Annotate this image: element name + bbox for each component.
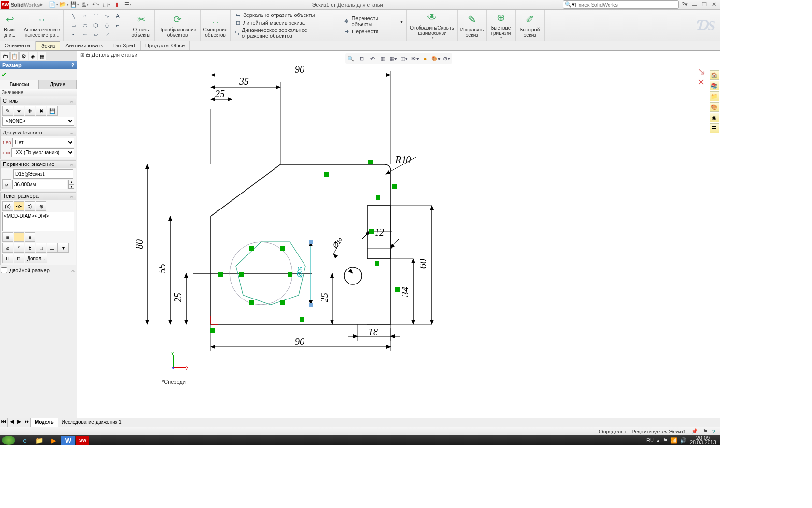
trim-button[interactable]: ✂ Отсечь объекты	[128, 10, 155, 41]
dimxpertmgr-tab[interactable]: ◈	[29, 52, 37, 60]
solidworks-task-icon[interactable]: SW	[76, 436, 89, 445]
move-entities-button[interactable]: ✥Перенести объекты ▾	[343, 15, 403, 27]
restore-button[interactable]: ❐	[700, 1, 709, 9]
convert-button[interactable]: ⟳ Преобразование объектов	[155, 10, 201, 41]
other-tab[interactable]: Другие	[39, 80, 77, 89]
move-to-button[interactable]: ➜Перенести	[343, 28, 403, 35]
spin-up[interactable]: ▲	[68, 180, 74, 184]
motion-study-tab[interactable]: Исследование движения 1	[58, 418, 126, 427]
media-icon[interactable]: ▶	[47, 436, 60, 445]
exit-sketch-icon[interactable]: ↘	[697, 66, 706, 76]
tol-type-select[interactable]: Нет	[12, 138, 74, 147]
dynamic-mirror-button[interactable]: ⇆Динамическое зеркальное отражение объек…	[234, 27, 335, 39]
search-box[interactable]: 🔍▾	[563, 0, 679, 9]
clock-date[interactable]: 28.03.2013	[690, 439, 716, 445]
line-tool[interactable]: ╲	[68, 12, 79, 20]
style-btn-2[interactable]: ★	[14, 106, 24, 116]
file-explorer-icon[interactable]: 📁	[710, 91, 719, 101]
explorer-icon[interactable]: 📁	[32, 436, 46, 445]
save-button[interactable]: 💾▾	[70, 0, 79, 9]
sym-sq[interactable]: □	[36, 243, 46, 253]
model-tab[interactable]: Модель	[31, 418, 58, 427]
style-btn-1[interactable]: ✎	[2, 106, 13, 116]
tab-features[interactable]: Элементы	[0, 41, 36, 50]
dual-dim-checkbox[interactable]	[1, 267, 7, 273]
slot-tool[interactable]: ⬭	[79, 21, 90, 30]
more-button[interactable]: Допол...	[25, 254, 47, 263]
tab-prev[interactable]: ◀	[8, 418, 15, 427]
print-button[interactable]: 🖶▾	[80, 0, 90, 9]
sym-deg[interactable]: °	[14, 243, 24, 253]
tray-net-icon[interactable]: 📶	[670, 437, 677, 444]
search-input[interactable]	[575, 2, 676, 8]
options-button[interactable]: ☰▾	[123, 0, 132, 9]
graphics-area[interactable]: ⊞ 🗀 Деталь для статьи 🔍 ⊡ ↶ ▥ ▦▾ ◫▾ 👁▾ ●…	[77, 51, 720, 435]
featuremgr-tab[interactable]: 🗀	[1, 52, 10, 60]
brand-menu-icon[interactable]: ▶	[40, 3, 43, 7]
style-btn-4[interactable]: ✖	[36, 106, 46, 116]
txt-btn-4[interactable]: ⊕	[36, 201, 46, 211]
tab-last[interactable]: ⏭	[23, 418, 31, 427]
collapse-icon[interactable]: ︽	[70, 193, 74, 199]
collapse-icon[interactable]: ︽	[70, 98, 74, 104]
sym-cb[interactable]: ⌴	[47, 243, 58, 253]
tab-sketch[interactable]: Эскиз	[36, 41, 60, 50]
arc-tool[interactable]: ⌒	[90, 12, 101, 20]
view-palette-icon[interactable]: 🎨	[710, 102, 719, 112]
show-relations-button[interactable]: 👁 Отобразить/Скрыть взаимосвязи ▾	[407, 10, 458, 41]
tab-first[interactable]: ⏮	[0, 418, 8, 427]
tab-next[interactable]: ▶	[15, 418, 23, 427]
plane-tool[interactable]: ▱	[90, 30, 101, 39]
displaymgr-tab[interactable]: ▦	[38, 52, 46, 60]
collapse-icon[interactable]: ︽	[70, 161, 74, 167]
leaders-tab[interactable]: Выноски	[0, 80, 39, 89]
custom-props-icon[interactable]: ☰	[710, 123, 719, 133]
circle-tool[interactable]: ○	[79, 12, 90, 20]
new-button[interactable]: 📄▾	[48, 0, 58, 9]
spline-tool[interactable]: ∿	[102, 12, 112, 20]
centerline-tool[interactable]: ┄	[79, 30, 90, 39]
rect-tool[interactable]: ▭	[68, 21, 79, 30]
close-button[interactable]: ✕	[710, 1, 718, 9]
sw-resources-icon[interactable]: 🏠	[710, 70, 719, 80]
text-tool[interactable]: A	[113, 12, 123, 20]
chamfer-tool[interactable]: ⟋	[102, 30, 112, 39]
justify-right[interactable]: ≡	[25, 232, 35, 242]
point-tool[interactable]: •	[68, 30, 79, 39]
style-btn-3[interactable]: ✚	[25, 106, 35, 116]
tray-up-icon[interactable]: ▴	[657, 437, 660, 444]
spin-down[interactable]: ▼	[68, 184, 74, 189]
cancel-icon[interactable]: ✕	[697, 77, 705, 87]
dim-text-field[interactable]: <MOD-DIAM><DIM>	[2, 212, 74, 231]
sym-pm[interactable]: ±	[25, 243, 35, 253]
undo-button[interactable]: ↶▾	[91, 0, 101, 9]
configmgr-tab[interactable]: ⚙	[19, 52, 28, 60]
sym-more[interactable]: ▾	[58, 243, 69, 253]
tol-prec-select[interactable]: .XX (По умолчанию)	[11, 148, 74, 157]
word-icon[interactable]: W	[61, 436, 75, 445]
tab-office[interactable]: Продукты Office	[141, 41, 190, 50]
status-icon-pin[interactable]: 📌	[691, 428, 698, 434]
txt-center-btn[interactable]: •x•	[14, 201, 24, 211]
minimize-button[interactable]: —	[690, 1, 699, 9]
dim-name-field[interactable]	[13, 169, 73, 179]
linear-pattern-button[interactable]: ⊞Линейный массив эскиза	[234, 19, 335, 26]
justify-center[interactable]: ≣	[14, 232, 24, 242]
help-icon[interactable]: ?	[71, 62, 74, 68]
design-library-icon[interactable]: 📚	[710, 81, 719, 90]
ellipse-tool[interactable]: ⬯	[102, 21, 112, 30]
propertymgr-tab[interactable]: 📋	[10, 52, 19, 60]
sym-b[interactable]: ⊓	[14, 254, 24, 263]
smart-dimension-button[interactable]: ↔ Автоматическое нанесение ра...	[20, 10, 64, 41]
sym-a[interactable]: ⊔	[2, 254, 13, 263]
lang-indicator[interactable]: RU	[646, 437, 654, 443]
repair-sketch-button[interactable]: ✎ Исправить эскиз	[458, 10, 487, 41]
start-button[interactable]	[2, 436, 15, 445]
tab-dimxpert[interactable]: DimXpert	[108, 41, 141, 50]
justify-left[interactable]: ≡	[2, 232, 13, 242]
offset-button[interactable]: ⎍ Смещение объектов	[201, 10, 231, 41]
txt-right-btn[interactable]: x)	[25, 201, 35, 211]
rebuild-button[interactable]: ▮	[112, 0, 122, 9]
select-button[interactable]: ⬚▾	[102, 0, 111, 9]
tray-flag-icon[interactable]: ⚑	[663, 437, 667, 444]
